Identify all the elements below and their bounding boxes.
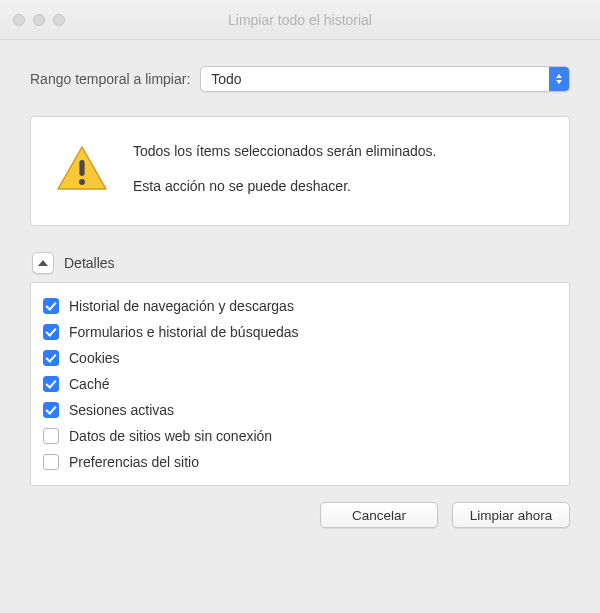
details-disclosure-button[interactable] [32, 252, 54, 274]
option-label: Cookies [69, 350, 120, 366]
minimize-window-button[interactable] [33, 14, 45, 26]
time-range-row: Rango temporal a limpiar: Todo [30, 66, 570, 92]
warning-line-2: Esta acción no se puede deshacer. [133, 176, 437, 197]
option-checkbox[interactable] [43, 350, 59, 366]
window-title: Limpiar todo el historial [0, 12, 600, 28]
option-label: Datos de sitios web sin conexión [69, 428, 272, 444]
cancel-button-label: Cancelar [352, 508, 406, 523]
time-range-label: Rango temporal a limpiar: [30, 71, 190, 87]
option-row: Caché [41, 371, 557, 397]
option-checkbox[interactable] [43, 454, 59, 470]
details-options-list: Historial de navegación y descargasFormu… [30, 282, 570, 486]
zoom-window-button[interactable] [53, 14, 65, 26]
option-checkbox[interactable] [43, 298, 59, 314]
titlebar: Limpiar todo el historial [0, 0, 600, 40]
chevron-up-icon [38, 260, 48, 266]
option-checkbox[interactable] [43, 402, 59, 418]
option-row: Historial de navegación y descargas [41, 293, 557, 319]
cancel-button[interactable]: Cancelar [320, 502, 438, 528]
time-range-value: Todo [201, 71, 549, 87]
option-checkbox[interactable] [43, 428, 59, 444]
option-label: Caché [69, 376, 109, 392]
details-header: Detalles [32, 252, 570, 274]
option-row: Sesiones activas [41, 397, 557, 423]
warning-panel: Todos los ítems seleccionados serán elim… [30, 116, 570, 226]
option-checkbox[interactable] [43, 376, 59, 392]
option-row: Formularios e historial de búsquedas [41, 319, 557, 345]
svg-rect-0 [79, 160, 84, 176]
warning-line-1: Todos los ítems seleccionados serán elim… [133, 141, 437, 162]
time-range-select[interactable]: Todo [200, 66, 570, 92]
option-checkbox[interactable] [43, 324, 59, 340]
dialog-footer: Cancelar Limpiar ahora [30, 502, 570, 528]
option-label: Formularios e historial de búsquedas [69, 324, 299, 340]
details-label: Detalles [64, 255, 115, 271]
warning-icon [53, 141, 111, 197]
close-window-button[interactable] [13, 14, 25, 26]
option-label: Sesiones activas [69, 402, 174, 418]
option-row: Datos de sitios web sin conexión [41, 423, 557, 449]
option-label: Preferencias del sitio [69, 454, 199, 470]
window-controls [13, 14, 65, 26]
clear-now-button[interactable]: Limpiar ahora [452, 502, 570, 528]
dialog-content: Rango temporal a limpiar: Todo Todos los… [0, 40, 600, 546]
warning-text: Todos los ítems seleccionados serán elim… [133, 141, 437, 197]
clear-now-button-label: Limpiar ahora [470, 508, 553, 523]
option-label: Historial de navegación y descargas [69, 298, 294, 314]
svg-point-1 [79, 179, 85, 185]
option-row: Preferencias del sitio [41, 449, 557, 475]
option-row: Cookies [41, 345, 557, 371]
dropdown-stepper-icon [549, 67, 569, 91]
